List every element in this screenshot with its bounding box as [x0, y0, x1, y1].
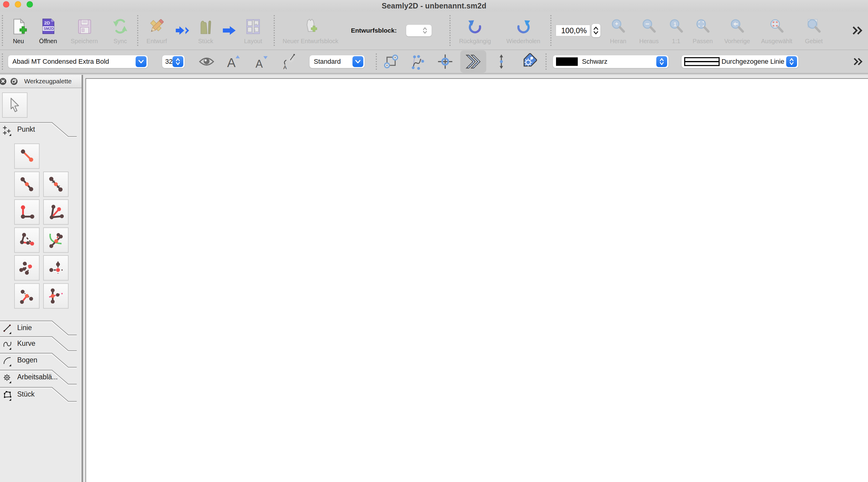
save-button[interactable]: Speichern	[65, 13, 104, 48]
tool-point-perpendicular-from-point[interactable]	[14, 283, 39, 309]
toolbar-handle[interactable]	[2, 15, 3, 46]
section-stueck[interactable]: Stück	[0, 387, 82, 404]
sync-button[interactable]: Sync	[106, 13, 134, 48]
font-increase-button[interactable]: A	[223, 51, 243, 72]
toolbar-overflow-button[interactable]	[853, 56, 864, 67]
zoom-area-button[interactable]: Gebiet	[800, 13, 828, 48]
redo-label: Wiederholen	[506, 37, 540, 45]
chevron-tool-icon	[465, 54, 482, 70]
font-increase-icon: A	[225, 54, 241, 69]
zoom-percent-input[interactable]: 100,0%	[556, 25, 590, 36]
toolbar-separator	[376, 54, 377, 70]
curve-node-tool-button[interactable]	[408, 51, 430, 72]
section-arbeitsablaeufe[interactable]: Arbeitsablä...	[0, 369, 82, 386]
zoom-out-magnifier-icon	[641, 16, 657, 37]
show-labels-button[interactable]	[197, 51, 216, 72]
tag-gear-icon	[520, 53, 537, 70]
main-toolbar: Neu 2D SM2D Öffnen	[0, 11, 868, 50]
target-point-tool-button[interactable]	[434, 51, 456, 72]
new-button[interactable]: Neu	[7, 13, 30, 48]
zoom-previous-magnifier-icon	[730, 16, 745, 37]
cursor-arrow-icon	[6, 96, 24, 114]
line-section-icon	[2, 323, 14, 335]
zoom-1-1-button[interactable]: 1 1:1	[666, 13, 686, 48]
format-toolbar: Abadi MT Condensed Extra Bold 32	[0, 50, 868, 74]
tool-point-along-line[interactable]	[14, 171, 39, 197]
tool-point-along-bisector[interactable]	[43, 199, 68, 225]
tool-point-length-and-angle[interactable]	[14, 143, 39, 169]
undo-icon	[467, 16, 484, 37]
tool-point-on-shoulder[interactable]	[14, 227, 39, 253]
tool-point-midpoint-on-line[interactable]	[43, 171, 68, 197]
chevron-up-down-icon	[420, 25, 430, 36]
zoom-in-button[interactable]: Heran	[606, 13, 631, 48]
font-family-select[interactable]: Abadi MT Condensed Extra Bold	[8, 55, 148, 68]
undo-label: Rückgängig	[459, 37, 491, 45]
close-palette-button[interactable]	[0, 78, 6, 85]
palette-title: Werkzeugpalette	[24, 77, 71, 85]
tool-point-intersect-line-and-axis[interactable]	[43, 283, 68, 309]
zoom-out-label: Heraus	[639, 37, 658, 45]
union-tool-button[interactable]	[380, 51, 402, 72]
font-size-select[interactable]: 32	[162, 55, 185, 68]
new-draft-block-label: Neuer Entwurfsblock	[283, 37, 339, 45]
goto-layout-button[interactable]	[220, 13, 238, 48]
zoom-previous-button[interactable]: Vorherige	[720, 13, 754, 48]
overflow-chevron-icon	[852, 25, 864, 36]
select-cursor-tool[interactable]	[2, 92, 28, 118]
tool-point-intersect-x-and-y[interactable]	[43, 255, 68, 281]
section-punkt-label: Punkt	[17, 125, 35, 133]
undo-button[interactable]: Rückgängig	[453, 13, 498, 48]
zoom-in-label: Heran	[610, 37, 626, 45]
arrow-tool-button-selected[interactable]	[460, 51, 486, 73]
zoom-out-button[interactable]: Heraus	[635, 13, 663, 48]
line-type-select[interactable]: Durchgezogene Linie	[681, 55, 799, 68]
close-traffic-icon[interactable]	[3, 1, 9, 7]
new-document-icon	[10, 16, 27, 37]
canvas-area	[83, 75, 868, 482]
toolbar-separator	[274, 15, 275, 46]
section-bogen[interactable]: Bogen	[0, 352, 82, 369]
eye-icon	[199, 56, 214, 67]
new-draft-block-button[interactable]: Neuer Entwurfsblock	[277, 13, 344, 48]
draft-block-select[interactable]	[406, 25, 432, 36]
font-family-value: Abadi MT Condensed Extra Bold	[8, 58, 134, 66]
redo-button[interactable]: Wiederholen	[498, 13, 549, 48]
section-punkt[interactable]: Punkt	[0, 122, 82, 139]
section-kurve[interactable]: Kurve	[0, 336, 82, 353]
point-name-template-select[interactable]: Standard	[309, 55, 365, 68]
piece-mode-button[interactable]: Stück	[192, 13, 219, 48]
goto-piece-button[interactable]	[175, 13, 192, 48]
font-decrease-button[interactable]: A	[251, 51, 271, 72]
zoom-area-label: Gebiet	[805, 37, 823, 45]
chevron-up-down-icon	[173, 56, 183, 67]
layout-mode-button[interactable]: Layout	[238, 13, 268, 48]
zoom-percent-stepper[interactable]	[591, 24, 601, 37]
toolbar-separator	[546, 54, 547, 70]
tool-point-along-perpendicular[interactable]	[14, 199, 39, 225]
zoom-previous-label: Vorherige	[724, 37, 750, 45]
open-document-icon: 2D SM2D	[39, 16, 57, 37]
tool-point-intersect-arc-and-line[interactable]	[43, 227, 68, 253]
draft-mode-button[interactable]: Entwurf	[140, 13, 173, 48]
zoom-selected-button[interactable]: Ausgewählt	[757, 13, 797, 48]
svg-text:1: 1	[673, 21, 676, 28]
draft-label: Entwurf	[147, 37, 167, 45]
toolbar-handle[interactable]	[2, 54, 3, 70]
vertical-flip-tool-button[interactable]	[491, 51, 512, 72]
workflow-gear-icon	[2, 373, 14, 384]
tool-point-triangle[interactable]	[14, 255, 39, 281]
zoom-traffic-icon[interactable]	[27, 1, 33, 7]
section-linie[interactable]: Linie	[0, 320, 82, 337]
minimize-traffic-icon[interactable]	[15, 1, 21, 7]
open-button[interactable]: 2D SM2D Öffnen	[34, 13, 62, 48]
property-tag-tool-button[interactable]	[518, 51, 539, 72]
label-position-button[interactable]: A	[279, 51, 299, 72]
tool-palette-header[interactable]: Werkzeugpalette	[0, 75, 82, 88]
line-color-select[interactable]: Schwarz	[553, 55, 669, 68]
zoom-fit-button[interactable]: Passen	[689, 13, 717, 48]
float-palette-button[interactable]	[10, 78, 18, 85]
chevron-down-icon	[593, 31, 598, 34]
toolbar-overflow-button[interactable]	[852, 25, 864, 36]
drawing-canvas[interactable]	[86, 78, 868, 482]
